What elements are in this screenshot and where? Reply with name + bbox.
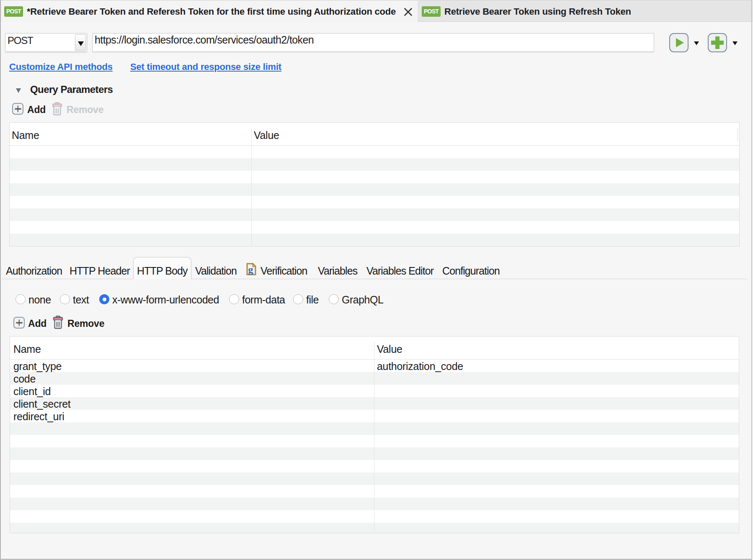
svg-text:g: g — [248, 264, 253, 275]
